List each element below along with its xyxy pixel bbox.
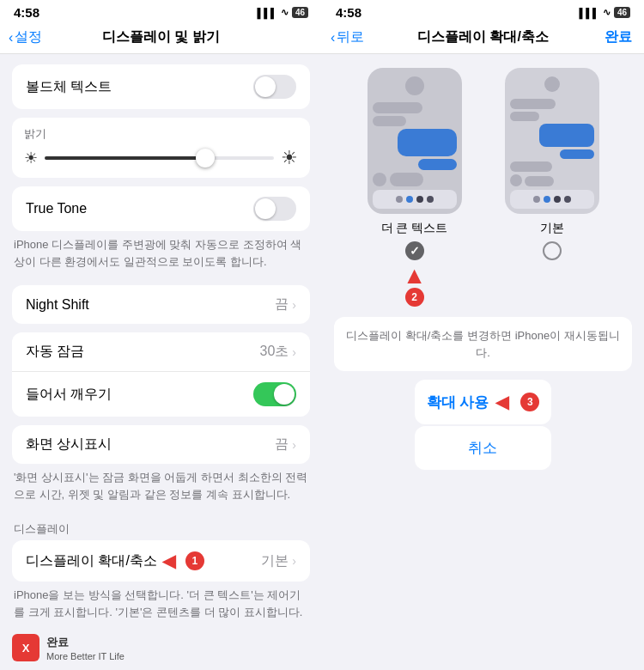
bubble-row-larger (373, 173, 457, 186)
logo-brand: 완료 (46, 635, 125, 651)
sun-small-icon: ☀ (24, 149, 38, 168)
always-on-chevron: › (292, 438, 296, 452)
right-back-button[interactable]: ‹ 뒤로 (331, 28, 364, 46)
phone-preview-larger (368, 68, 462, 214)
dot-3 (416, 196, 423, 203)
avatar-default (544, 76, 560, 92)
true-tone-group: True Tone iPhone 디스플레이를 주변광에 맞춰 자동으로 조정하… (0, 186, 322, 277)
right-signal-icon: ▌▌▌ (579, 8, 598, 18)
brightness-slider-row: ☀ ☀ (24, 147, 298, 169)
bubble-blue-1 (398, 129, 457, 156)
bubble-d3 (510, 161, 552, 172)
night-shift-value: 끔 (275, 295, 289, 314)
cancel-button[interactable]: 취소 (415, 426, 552, 470)
night-shift-card: Night Shift 끔 › (12, 285, 310, 324)
cancel-label: 취소 (468, 438, 497, 458)
annotation-area-2: ▲ 2 (403, 264, 427, 307)
auto-lock-value: 30초 (260, 343, 289, 361)
always-on-group: 화면 상시표시 끔 › '화면 상시표시'는 잠금 화면을 어둡게 하면서 최소… (0, 425, 322, 509)
auto-lock-label: 자동 잠금 (26, 343, 84, 361)
right-time: 4:58 (336, 5, 361, 20)
enlarge-use-label: 확대 사용 (427, 393, 489, 412)
radio-larger[interactable] (405, 241, 424, 260)
annotation-badge-1: 1 (185, 551, 204, 570)
night-shift-value-row: 끔 › (275, 295, 296, 314)
true-tone-toggle[interactable] (253, 197, 296, 221)
left-panel: 4:58 ▌▌▌ ∿ 46 ‹ 설정 디스플레이 및 밝기 볼드체 텍스트 (0, 0, 322, 670)
dot-4 (427, 196, 434, 203)
brightness-thumb (196, 149, 215, 168)
true-tone-toggle-thumb (255, 198, 276, 219)
auto-lock-value-row: 30초 › (260, 343, 296, 361)
true-tone-row[interactable]: True Tone (12, 186, 310, 231)
action-buttons: 확대 사용 ◀ 3 취소 (415, 380, 552, 470)
annotation-arrow-3: ◀ (495, 392, 508, 412)
bold-text-label: 볼드체 텍스트 (26, 78, 112, 96)
wake-raise-row[interactable]: 들어서 깨우기 (12, 372, 310, 417)
zoom-default-label: 기본 (540, 221, 564, 236)
annotation-badge-2: 2 (405, 288, 424, 307)
display-zoom-row[interactable]: 디스플레이 확대/축소 ◀ 1 기본 › (12, 540, 310, 582)
bold-text-row[interactable]: 볼드체 텍스트 (12, 64, 310, 109)
lock-wake-card: 자동 잠금 30초 › 들어서 깨우기 (12, 332, 310, 417)
night-shift-row[interactable]: Night Shift 끔 › (12, 285, 310, 324)
annotation-badge-3: 3 (520, 393, 539, 411)
auto-lock-row[interactable]: 자동 잠금 30초 › (12, 332, 310, 372)
always-on-value: 끔 (275, 436, 289, 454)
enlarge-use-button[interactable]: 확대 사용 ◀ 3 (415, 380, 552, 424)
bubble-2 (373, 116, 406, 127)
night-shift-group: Night Shift 끔 › (0, 285, 322, 324)
left-status-icons: ▌▌▌ ∿ 46 (257, 7, 308, 18)
dot-d2 (544, 196, 550, 203)
display-zoom-chevron: › (292, 554, 296, 568)
avatar-sm-larger (373, 173, 386, 186)
right-nav-title: 디스플레이 확대/축소 (417, 28, 549, 46)
bottom-info-box: 디스플레이 확대/축소를 변경하면 iPhone이 재시동됩니다. (334, 317, 632, 371)
right-back-label: 뒤로 (337, 28, 364, 46)
battery-indicator: 46 (292, 7, 308, 18)
bubble-blue-2 (418, 159, 456, 170)
logo-icon: X (12, 634, 39, 661)
zoom-option-default[interactable]: 기본 (492, 68, 612, 307)
wake-raise-toggle[interactable] (253, 382, 296, 406)
left-status-bar: 4:58 ▌▌▌ ∿ 46 (0, 0, 322, 23)
right-status-bar: 4:58 ▌▌▌ ∿ 46 (322, 0, 644, 23)
bottom-bar-larger (373, 190, 457, 209)
always-on-label: 화면 상시표시 (26, 436, 112, 454)
right-status-icons: ▌▌▌ ∿ 46 (579, 7, 630, 18)
radio-default[interactable] (543, 241, 562, 260)
brightness-slider[interactable] (45, 156, 274, 160)
right-chevron-left-icon: ‹ (331, 30, 335, 46)
auto-lock-chevron: › (292, 345, 296, 359)
true-tone-label: True Tone (26, 201, 87, 216)
left-nav-title: 디스플레이 및 밝기 (102, 28, 220, 46)
avatar-sm-default (510, 174, 522, 186)
chat-area-default (510, 99, 594, 186)
night-shift-chevron: › (292, 298, 296, 312)
dot-d3 (554, 196, 561, 203)
logo-subtext: More Better IT Life (46, 651, 125, 661)
display-section-group: 디스플레이 디스플레이 확대/축소 ◀ 1 기본 › iPhone을 보는 방식… (0, 518, 322, 627)
done-button[interactable]: 완료 (605, 28, 632, 46)
zoom-options-row: 더 큰 텍스트 ▲ 2 (322, 68, 644, 307)
brightness-card: 밝기 ☀ ☀ (12, 118, 310, 178)
always-on-description: '화면 상시표시'는 잠금 화면을 어둡게 하면서 최소한의 전력으로 시간, … (0, 464, 322, 509)
zoom-option-larger[interactable]: 더 큰 텍스트 ▲ 2 (355, 68, 475, 307)
display-zoom-description: iPhone을 보는 방식을 선택합니다. '더 큰 텍스트'는 제어기를 크게… (0, 582, 322, 627)
left-settings-scroll[interactable]: 볼드체 텍스트 밝기 ☀ ☀ (0, 54, 322, 627)
always-on-card: 화면 상시표시 끔 › (12, 425, 310, 464)
always-on-row[interactable]: 화면 상시표시 끔 › (12, 425, 310, 464)
left-back-button[interactable]: ‹ 설정 (9, 28, 42, 46)
bottom-bar-default (510, 190, 594, 209)
lock-wake-group: 자동 잠금 30초 › 들어서 깨우기 (0, 332, 322, 417)
display-section-label: 디스플레이 (0, 518, 322, 540)
wake-raise-toggle-thumb (274, 384, 295, 405)
phone-preview-default (505, 68, 599, 214)
bold-text-card: 볼드체 텍스트 (12, 64, 310, 109)
bold-text-toggle[interactable] (253, 75, 296, 99)
bubble-row-default (510, 174, 594, 186)
chevron-left-icon: ‹ (9, 30, 13, 46)
true-tone-description: iPhone 디스플레이를 주변광에 맞춰 자동으로 조정하여 색상이 다른 환… (0, 231, 322, 277)
brightness-fill (45, 156, 205, 160)
display-zoom-content: 더 큰 텍스트 ▲ 2 (322, 54, 644, 670)
